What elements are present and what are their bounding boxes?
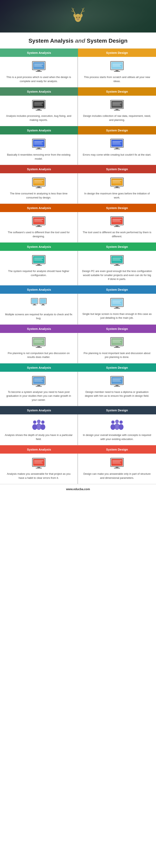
section-content-10: Analysis shows the depth of study you ha… [0, 414, 156, 445]
text-right-2: Design includes collection of raw data, … [82, 114, 152, 122]
svg-rect-156 [37, 467, 40, 468]
svg-rect-113 [112, 303, 121, 304]
monitor-left-6 [32, 255, 46, 267]
section-header-1: System Analysis System Design [0, 49, 156, 57]
svg-rect-20 [34, 65, 42, 66]
svg-rect-69 [112, 181, 120, 182]
svg-rect-34 [34, 104, 42, 104]
text-left-4: The time consumed in analysing is less t… [4, 191, 73, 199]
svg-line-7 [81, 10, 83, 14]
svg-rect-166 [112, 462, 120, 462]
svg-rect-68 [112, 180, 122, 181]
header-right-5: System Design [78, 204, 156, 212]
svg-rect-110 [114, 308, 120, 309]
content-cell-left-7: Multiple screens are required for analys… [0, 294, 78, 324]
text-right-7: Single but large screen is more than eno… [82, 312, 152, 320]
svg-rect-112 [112, 302, 120, 303]
svg-line-5 [73, 8, 74, 10]
svg-rect-163 [116, 467, 118, 468]
svg-point-146 [41, 421, 44, 424]
svg-rect-28 [112, 66, 121, 67]
svg-rect-127 [112, 342, 121, 343]
section-content-7: Multiple screens are required for analys… [0, 294, 156, 324]
section-header-4: System Analysis System Design [0, 165, 156, 173]
svg-rect-73 [37, 225, 40, 226]
text-left-1: This is a post process which is used whe… [4, 75, 73, 83]
monitor-left-5 [32, 216, 46, 228]
svg-rect-130 [37, 385, 40, 386]
section-content-8: Pre planning is not compulsion but yes d… [0, 333, 156, 364]
svg-point-142 [33, 421, 36, 424]
svg-point-12 [79, 17, 80, 18]
svg-rect-101 [33, 304, 36, 305]
svg-rect-94 [116, 264, 118, 265]
header-left-7: System Analysis [0, 285, 78, 294]
footer-url: www.educba.com [66, 488, 90, 491]
monitor-right-6 [110, 255, 124, 267]
text-right-8: Pre planning is most important task and … [82, 351, 152, 359]
svg-rect-98 [112, 260, 121, 261]
content-cell-left-8: Pre planning is not compulsion but yes d… [0, 333, 78, 363]
footer: www.educba.com [0, 484, 156, 494]
header-left-4: System Analysis [0, 165, 78, 173]
svg-rect-119 [34, 341, 42, 342]
svg-rect-32 [36, 110, 42, 111]
svg-rect-39 [114, 110, 120, 111]
text-right-11: Design can make you answerable only in p… [82, 472, 152, 480]
monitor-right-10 [109, 418, 125, 431]
svg-rect-74 [36, 226, 42, 227]
monitor-left-3 [32, 138, 46, 150]
svg-rect-24 [116, 70, 118, 71]
section-content-5: The software's used is different than th… [0, 212, 156, 243]
svg-rect-53 [114, 149, 120, 149]
svg-rect-87 [37, 264, 40, 265]
svg-rect-75 [34, 219, 43, 220]
svg-rect-123 [116, 346, 118, 347]
section-content-2: Analysis includes processing, execution,… [0, 96, 156, 126]
section-header-8: System Analysis System Design [0, 324, 156, 333]
svg-rect-95 [114, 265, 120, 266]
monitor-left-9 [32, 376, 46, 388]
text-left-11: Analysis makes you answerable for that p… [4, 472, 73, 480]
svg-rect-40 [112, 102, 122, 103]
svg-point-13 [77, 19, 79, 20]
svg-rect-21 [34, 66, 43, 67]
svg-rect-140 [112, 380, 120, 380]
svg-rect-26 [112, 64, 122, 64]
text-left-9: To become a system analyser you need to … [4, 390, 73, 402]
monitor-left-1 [32, 61, 46, 73]
monitor-right-2 [110, 100, 124, 112]
text-left-6: The system required for analysis should … [4, 269, 73, 277]
svg-rect-89 [34, 258, 43, 258]
svg-rect-138 [114, 386, 120, 386]
svg-line-8 [83, 8, 84, 10]
header-right-10: System Design [78, 406, 156, 414]
svg-line-10 [83, 11, 85, 12]
section-header-9: System Analysis System Design [0, 364, 156, 372]
monitor-right-8 [110, 337, 124, 349]
svg-rect-96 [112, 258, 122, 258]
svg-rect-102 [33, 305, 36, 305]
page-title: System Analysis and System Design [4, 38, 152, 44]
content-cell-right-8: Pre planning is most important task and … [78, 333, 156, 363]
content-cell-right-9: Design member need to have a diploma or … [78, 372, 156, 406]
svg-point-153 [119, 424, 124, 430]
svg-line-9 [82, 8, 83, 10]
svg-rect-45 [37, 148, 40, 149]
svg-rect-106 [41, 305, 45, 305]
monitor-left-10 [31, 418, 47, 431]
header-right-6: System Design [78, 243, 156, 251]
header-banner [0, 0, 156, 32]
svg-point-14 [77, 19, 79, 20]
svg-rect-49 [34, 144, 43, 145]
content-cell-left-5: The software's used is different than th… [0, 212, 78, 242]
svg-point-148 [111, 421, 115, 424]
svg-rect-82 [112, 219, 122, 220]
header-left-3: System Analysis [0, 126, 78, 134]
svg-rect-137 [116, 385, 118, 386]
svg-rect-165 [112, 461, 122, 461]
section-content-9: To become a system analyser you need to … [0, 372, 156, 406]
content-cell-left-4: The time consumed in analysing is less t… [0, 173, 78, 204]
text-right-9: Design member need to have a diploma or … [82, 390, 152, 398]
svg-line-6 [71, 11, 73, 12]
